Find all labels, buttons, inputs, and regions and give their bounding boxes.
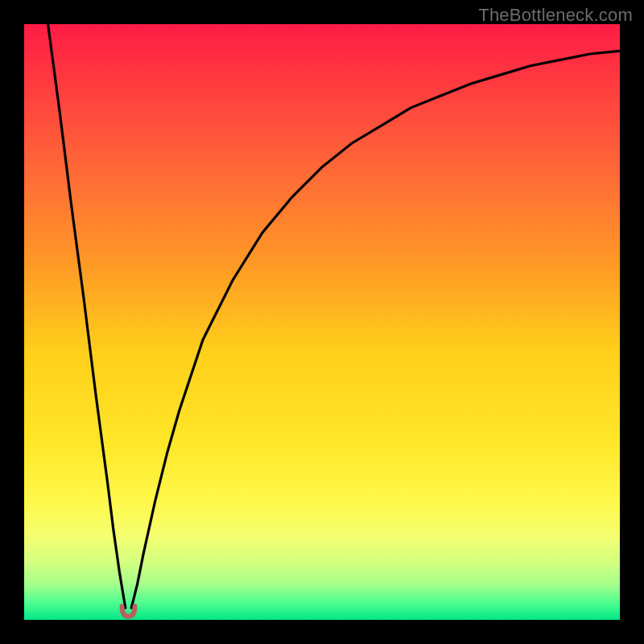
right-branch-curve bbox=[131, 51, 620, 608]
bottleneck-marker bbox=[122, 606, 135, 617]
curves-layer bbox=[24, 24, 620, 620]
left-branch-curve bbox=[48, 24, 126, 608]
watermark-text: TheBottleneck.com bbox=[478, 5, 633, 26]
chart-frame: TheBottleneck.com bbox=[0, 0, 644, 644]
plot-area bbox=[24, 24, 620, 620]
